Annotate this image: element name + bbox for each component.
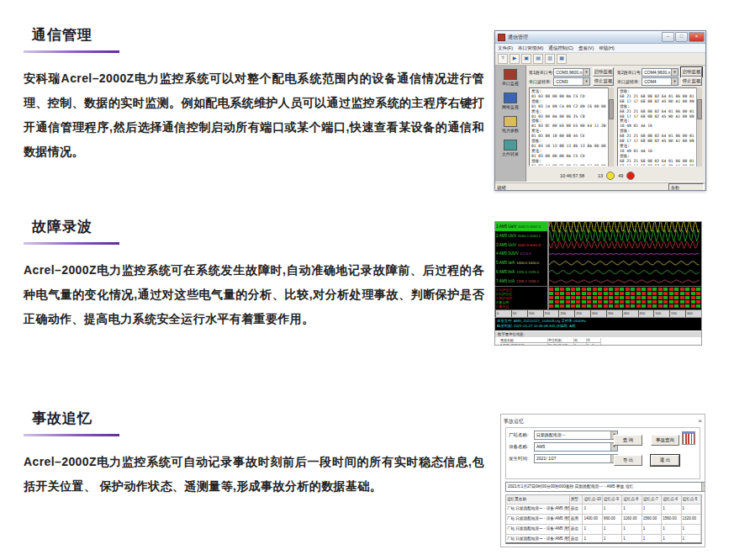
menu-item[interactable]: 串口管理(M) (518, 45, 543, 51)
wave-channel-row[interactable]: 4:AM5 3U0/V0.2 0.2 (495, 250, 547, 259)
port-select[interactable]: COM4,9600,n,8,1▼ (642, 68, 679, 77)
accident-recall-dialog: 事故追忆 × 厂站名称:日新路配电室一▼设备名称:AM5▼发生时间:2021/ … (500, 414, 705, 547)
digital-trace-area[interactable] (549, 287, 701, 309)
field-select[interactable]: 2021/ 1/27▼ (534, 454, 618, 463)
stop-monitor-button[interactable]: 停止监视 (681, 77, 702, 86)
time-ruler[interactable]: 050100150200250300350400450500550600 (495, 310, 701, 318)
help-icon[interactable]: ? (498, 54, 508, 64)
sidebar-item-串口监视[interactable]: 串口监视 (495, 69, 525, 86)
recall-cell: 1 (642, 525, 662, 534)
channel-name: 1:AM5 Ua/V (495, 225, 516, 229)
log-line: 68 17 17 68 08 02 45 0D A1 00 09 C4 09 C… (620, 99, 696, 104)
recall-row[interactable]: 厂站:日新路配电室一 - 设备:AM5 测量名:分闸遥信111111 (506, 535, 701, 544)
log-line: 01 03 10 13 88 13 86 13 8A 00 00 (531, 144, 608, 149)
ruler-tick: 300 (590, 310, 606, 317)
close-icon[interactable]: × (698, 418, 702, 425)
ruler-tick: 500 (653, 310, 669, 317)
exit-button[interactable]: 退 出 (651, 455, 679, 466)
event-row[interactable]: 1 AM5:保护动作10:46:08.34500→1 (500, 343, 701, 346)
channel-value: 6061.8 6061.8 (518, 243, 541, 247)
sidebar-item-文件转发[interactable]: 文件转发 (495, 140, 525, 156)
menu-item[interactable]: 通信控制(C) (548, 45, 573, 51)
query-button[interactable]: 查 询 (614, 435, 642, 446)
sidebar-item-label: 串口监视 (495, 81, 525, 86)
close-button[interactable]: × (689, 32, 705, 42)
log-line: 68 17 17 68 08 02 45 0D A1 00 09 C4 09 C… (620, 164, 696, 166)
recall-cell: 1560.00 (642, 515, 662, 524)
chevron-down-icon: ▼ (671, 78, 678, 85)
port-label: 第2路串口号: (617, 70, 642, 75)
recall-row[interactable]: 厂站:日新路配电室一 - 设备:AM5 测量名:合闸遥信111111 (506, 525, 701, 535)
baud-select[interactable]: COM4▼ (642, 77, 679, 86)
open-icon[interactable]: ▣ (521, 54, 531, 64)
menu-item[interactable]: 文件(F) (498, 45, 513, 51)
maximize-button[interactable]: □ (675, 32, 688, 42)
export-button[interactable]: 导 出 (614, 455, 642, 466)
sidebar-icon (504, 140, 517, 151)
start-monitor-button[interactable]: 启动监视 (593, 67, 614, 77)
status-box: 条数 (668, 183, 704, 191)
wave-channel-row[interactable]: 2:AM5 Ub/V6060.1 6060.1 (495, 231, 547, 240)
menu-item[interactable]: 帮助(H) (599, 45, 615, 51)
chevron-down-icon: ▼ (583, 69, 589, 76)
sidebar-item-电力参数[interactable]: 电力参数 (495, 116, 525, 133)
sidebar-item-网络监视[interactable]: 网络监视 (495, 92, 525, 109)
section-fault-recording: 故障录波 Acrel–2000Z电力监控系统可在系统发生故障时,自动准确地记录故… (24, 217, 484, 331)
wave-channel-row[interactable]: 5:AM5 Ia/A1400.0 1400.0 (495, 258, 547, 267)
channel-value: 6062.5 6062.5 (518, 225, 541, 229)
scrollbar[interactable] (696, 87, 702, 166)
recall-cell: 遥信 (570, 505, 584, 514)
recall-cell: 1 (622, 525, 642, 534)
dialog-title: 事故追忆 (504, 418, 698, 425)
event-table[interactable]: 通道名称变位时刻前后1 AM5:保护动作10:46:08.34500→12 AM… (495, 337, 701, 346)
accident-query-button[interactable]: 事故查询 (651, 435, 679, 446)
section-heading: 通信管理 (24, 25, 484, 45)
settings-icon[interactable]: ▦ (557, 54, 567, 64)
section-paragraph: Acrel–2000Z电力监控系统可自动记录事故时刻前后一段时间的所有实时稳态信… (24, 450, 484, 499)
recall-cell: 1 (642, 505, 662, 514)
wave-channel-row[interactable]: 3:AM5 Uc/V6061.8 6061.8 (495, 240, 547, 250)
export-icon[interactable]: ▥ (545, 54, 555, 64)
sidebar-icon (504, 92, 517, 103)
hex-log-left[interactable]: 发送:01 03 00 00 00 0A C5 CD接收:01 03 14 09… (529, 87, 614, 166)
digital-label-column: 1:1QF合位2:1QF分位3:保护动作4:重合闸5:事故总 (495, 287, 549, 309)
stop-monitor-button[interactable]: 停止监视 (593, 77, 614, 86)
recall-row[interactable]: 厂站:日新路配电室一 - 设备:AM5 测量名:通信状态遥信111111 (506, 505, 701, 515)
field-select[interactable]: 日新路配电室一▼ (534, 431, 618, 440)
port-select[interactable]: COM3,9600,n,8,1▼ (553, 68, 590, 77)
field-label: 发生时间: (509, 456, 534, 462)
recall-table[interactable]: 追忆量名称类型追忆点-10追忆点-9追忆点-8追忆点-7追忆点-6追忆点-5厂站… (505, 494, 702, 544)
minimize-button[interactable]: – (662, 32, 674, 42)
event-select[interactable]: 2021年1月27日0时00分00秒000毫秒 日新路配电室一 - AM5 事故… (505, 482, 705, 492)
digital-trace (549, 304, 701, 308)
ruler-tick: 150 (543, 310, 559, 317)
fault-wave-viewer: 1:AM5 Ua/V6062.5 6062.52:AM5 Ub/V6060.1 … (494, 221, 702, 346)
ruler-tick: 350 (606, 310, 622, 317)
wave-channel-row[interactable]: 7:AM5 Ic/A1398.2 1398.2 (495, 277, 547, 286)
log-line: 68 21 21 68 08 02 64 01 06 00 01 00 00 0… (620, 109, 696, 114)
recall-row[interactable]: 厂站:日新路配电室一 - 设备:AM5 测量名:Ia遥测1400.00960.0… (506, 515, 701, 525)
heading-underline (24, 50, 119, 53)
baud-label: 串口波特率: (617, 79, 642, 84)
ruler-tick: 400 (622, 310, 638, 317)
event-cell: 0→1 (587, 343, 601, 346)
analog-waveform-plot[interactable] (549, 222, 701, 286)
title-bar[interactable]: 通信管理 – □ × (495, 31, 705, 44)
recall-cell: 1 (622, 505, 642, 514)
hex-log-right[interactable]: 接收:68 21 21 68 08 02 64 01 06 00 01 00 0… (617, 87, 702, 166)
start-icon[interactable]: ▶ (510, 54, 520, 64)
field-select[interactable]: AM5▼ (534, 442, 618, 452)
save-icon[interactable]: ▤ (533, 54, 543, 64)
recall-cell: 厂站:日新路配电室一 - 设备:AM5 测量名:Ia (506, 515, 570, 524)
scrollbar[interactable] (608, 87, 614, 166)
wave-channel-row[interactable]: 1:AM5 Ua/V6062.5 6062.5 (495, 222, 547, 231)
digital-trace (549, 288, 701, 291)
wave-channel-row[interactable]: 6:AM5 Ib/A1395.6 1395.6 (495, 267, 547, 277)
baud-label: 串口波特率: (529, 79, 553, 84)
baud-select[interactable]: COM3▼ (553, 77, 590, 86)
recall-table-header: 追忆量名称类型追忆点-10追忆点-9追忆点-8追忆点-7追忆点-6追忆点-5 (506, 495, 701, 505)
menu-item[interactable]: 查看(V) (578, 45, 594, 51)
recall-cell: 1 (603, 505, 622, 514)
start-monitor-button[interactable]: 启动监视 (681, 67, 702, 77)
column-header: 追忆点-10 (583, 495, 602, 504)
